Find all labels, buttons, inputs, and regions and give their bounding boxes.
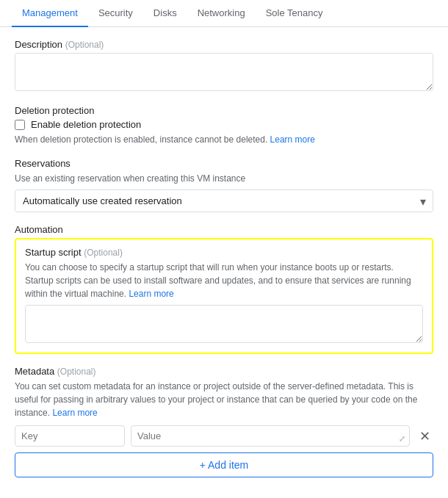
deletion-protection-checkbox-row: Enable deletion protection [15, 119, 433, 130]
automation-box: Startup script (Optional) You can choose… [15, 238, 433, 354]
description-label: Description (Optional) [15, 39, 433, 50]
add-item-button[interactable]: + Add item [15, 452, 433, 477]
startup-script-desc: You can choose to specify a startup scri… [25, 261, 423, 300]
description-section: Description (Optional) [15, 39, 433, 93]
automation-section: Automation Startup script (Optional) You… [15, 224, 433, 354]
tab-disks[interactable]: Disks [143, 0, 187, 27]
startup-script-input[interactable] [25, 305, 423, 343]
tab-management[interactable]: Management [12, 0, 88, 27]
tab-networking[interactable]: Networking [187, 0, 256, 27]
description-optional: (Optional) [65, 40, 104, 50]
reservations-select[interactable]: Automatically use created reservation Se… [15, 190, 433, 212]
reservations-select-wrapper: Automatically use created reservation Se… [15, 190, 433, 212]
main-content: Description (Optional) Deletion protecti… [0, 27, 448, 498]
deletion-protection-learn-more[interactable]: Learn more [270, 134, 315, 145]
metadata-section: Metadata (Optional) You can set custom m… [15, 366, 433, 477]
deletion-protection-section: Deletion protection Enable deletion prot… [15, 105, 433, 146]
add-item-label: + Add item [200, 459, 249, 471]
reservations-section: Reservations Use an existing reservation… [15, 158, 433, 212]
description-input[interactable] [15, 53, 433, 91]
deletion-protection-checkbox[interactable] [15, 120, 25, 130]
deletion-protection-label: Deletion protection [15, 105, 433, 116]
metadata-desc: You can set custom metadata for an insta… [15, 380, 433, 419]
automation-label: Automation [15, 224, 433, 235]
deletion-protection-desc: When deletion protection is enabled, ins… [15, 133, 433, 146]
tabs-bar: Management Security Disks Networking Sol… [0, 0, 448, 27]
metadata-value-wrapper: ⤢ [131, 425, 410, 447]
metadata-delete-button[interactable]: ✕ [416, 427, 433, 445]
reservations-label: Reservations [15, 158, 433, 169]
startup-script-optional: (Optional) [84, 248, 123, 258]
reservations-desc: Use an existing reservation when creatin… [15, 172, 433, 185]
metadata-label: Metadata (Optional) [15, 366, 433, 377]
deletion-protection-checkbox-label[interactable]: Enable deletion protection [31, 119, 141, 130]
startup-script-learn-more[interactable]: Learn more [129, 289, 173, 299]
metadata-row: ⤢ ✕ [15, 425, 433, 447]
tab-sole-tenancy[interactable]: Sole Tenancy [256, 0, 333, 27]
startup-script-label: Startup script (Optional) [25, 247, 423, 258]
metadata-key-wrapper [15, 425, 125, 447]
metadata-optional: (Optional) [57, 367, 96, 377]
tab-security[interactable]: Security [88, 0, 143, 27]
metadata-key-input[interactable] [15, 425, 125, 447]
metadata-value-input[interactable] [131, 425, 410, 447]
metadata-learn-more[interactable]: Learn more [52, 408, 97, 418]
